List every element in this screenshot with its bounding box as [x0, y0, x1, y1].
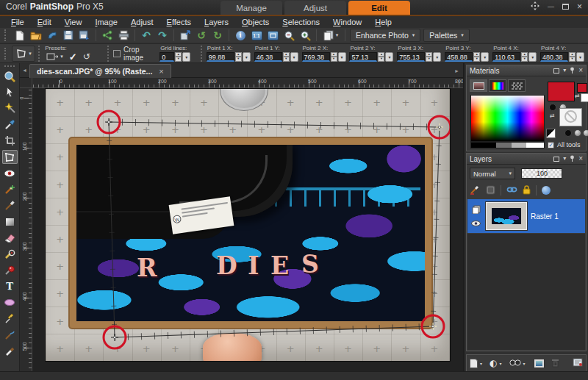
- new-layer-icon[interactable]: [470, 359, 478, 368]
- reset-button[interactable]: ↺: [81, 51, 93, 62]
- point4y-input[interactable]: 480.38: [540, 52, 568, 62]
- document-close-icon[interactable]: ×: [159, 67, 163, 76]
- lock-icon[interactable]: [523, 185, 531, 196]
- picture-tube-tool[interactable]: [2, 263, 18, 277]
- duplicate-layer-icon[interactable]: [534, 359, 544, 368]
- opacity-slider[interactable]: 100: [521, 168, 562, 179]
- save-icon[interactable]: [60, 29, 76, 42]
- fit-window-icon[interactable]: [265, 29, 281, 42]
- dropper-tool[interactable]: [2, 118, 18, 132]
- document-tab[interactable]: dies-scan.JPG* @ 95% (Raste... ×: [29, 64, 171, 78]
- bg-color-style-button[interactable]: [564, 129, 572, 137]
- grid-lines-slider-button[interactable]: ▾: [182, 52, 190, 62]
- panel-close-icon[interactable]: ×: [578, 155, 583, 162]
- blend-mode-dropdown[interactable]: Normal ▾: [470, 168, 515, 179]
- mask-icon[interactable]: [486, 185, 495, 196]
- new-adjustment-layer-icon[interactable]: ◐: [490, 359, 497, 368]
- grid-lines-input[interactable]: 0: [159, 52, 174, 62]
- menu-layers[interactable]: Layers: [198, 18, 235, 27]
- menu-file[interactable]: File: [4, 18, 31, 27]
- palettes-button[interactable]: Palettes▾: [423, 29, 469, 42]
- current-tool-button[interactable]: ▾: [12, 46, 36, 62]
- menu-window[interactable]: Window: [326, 18, 368, 27]
- rotate-left-icon[interactable]: ↺: [193, 29, 209, 42]
- canvas-viewport[interactable]: ++++++++++++++++++++++++++++++++++++++++…: [32, 88, 463, 371]
- edit-script-icon[interactable]: [573, 358, 583, 368]
- crop-image-checkbox[interactable]: [113, 50, 121, 57]
- zoom-in-icon[interactable]: [297, 29, 313, 42]
- paint-brush-tool[interactable]: [2, 198, 18, 212]
- link-layers-icon[interactable]: [506, 185, 517, 196]
- red-eye-tool[interactable]: [2, 166, 18, 180]
- print-icon[interactable]: [115, 29, 132, 42]
- background-material-swatch[interactable]: [559, 108, 582, 126]
- materials-header[interactable]: Materials ▾ ×: [467, 65, 586, 76]
- tab-adjust[interactable]: Adjust: [284, 1, 346, 15]
- duplicate-icon[interactable]: ▾: [320, 29, 342, 42]
- menu-help[interactable]: Help: [368, 18, 398, 27]
- all-tools-checkbox[interactable]: ✓: [548, 142, 554, 148]
- corner-handle-2[interactable]: [429, 116, 450, 138]
- edit-selection-icon[interactable]: [470, 184, 481, 196]
- save-as-icon[interactable]: [76, 29, 93, 42]
- image-info-icon[interactable]: i: [232, 29, 248, 42]
- rainbow-tab[interactable]: [489, 79, 506, 92]
- eraser-tool[interactable]: [2, 231, 18, 245]
- background-color-chip[interactable]: [581, 93, 588, 102]
- new-image-icon[interactable]: [12, 29, 28, 42]
- new-mask-layer-icon[interactable]: [509, 359, 521, 368]
- panel-pin-icon[interactable]: [570, 155, 575, 163]
- delete-layer-icon[interactable]: [551, 358, 559, 369]
- menu-view[interactable]: View: [58, 18, 89, 27]
- minimize-button[interactable]: —: [548, 4, 554, 10]
- presets-dropdown[interactable]: ▾: [44, 52, 65, 61]
- undo-icon[interactable]: ↶: [138, 29, 154, 42]
- apply-button[interactable]: ✓: [65, 51, 81, 62]
- point1x-input[interactable]: 99.88: [207, 52, 234, 62]
- swatches-tab[interactable]: [508, 79, 526, 92]
- layer-name[interactable]: Raster 1: [531, 212, 559, 221]
- pan-zoom-tool[interactable]: [2, 69, 18, 83]
- toolbar-grip[interactable]: [4, 29, 9, 41]
- makeover-tool[interactable]: [2, 182, 18, 196]
- menu-edit[interactable]: Edit: [31, 18, 58, 27]
- maximize-button[interactable]: [562, 4, 569, 10]
- point4x-input[interactable]: 110.63: [492, 52, 520, 62]
- point3y-input[interactable]: 458.88: [445, 52, 473, 62]
- foreground-material-swatch[interactable]: [548, 82, 575, 101]
- tab-manage[interactable]: Manage: [220, 1, 282, 15]
- grid-lines-spinner[interactable]: ▲▼: [175, 52, 182, 62]
- point1y-input[interactable]: 46.38: [254, 52, 282, 62]
- visibility-eye-icon[interactable]: [471, 219, 481, 228]
- layers-header[interactable]: Layers ▾ ×: [467, 154, 586, 165]
- panel-menu-icon[interactable]: ▾: [563, 68, 566, 74]
- point2y-input[interactable]: 57.13: [349, 52, 377, 62]
- crop-image-option[interactable]: Crop image: [113, 44, 159, 63]
- actual-size-icon[interactable]: 1:1: [248, 29, 265, 42]
- gradient-style-swatch[interactable]: [546, 129, 556, 138]
- bg-pattern-style-button[interactable]: [583, 129, 588, 137]
- selection-wand-tool[interactable]: [2, 101, 18, 115]
- photo-canvas[interactable]: ++++++++++++++++++++++++++++++++++++++++…: [46, 89, 450, 361]
- close-button[interactable]: ×: [577, 3, 582, 10]
- zoom-out-icon[interactable]: [281, 29, 297, 42]
- oil-brush-tool[interactable]: [2, 344, 18, 358]
- all-tools-option[interactable]: ✓ All tools: [548, 141, 581, 148]
- background-eraser-tool[interactable]: [2, 247, 18, 261]
- flood-fill-tool[interactable]: [2, 215, 18, 229]
- warp-brush-tool[interactable]: [2, 328, 18, 342]
- rotate-right-icon[interactable]: ↻: [209, 29, 226, 42]
- resize-icon[interactable]: [177, 29, 193, 42]
- bg-texture-style-button[interactable]: [574, 129, 581, 137]
- redo-icon[interactable]: ↷: [154, 29, 171, 42]
- layer-effects-icon[interactable]: [542, 186, 551, 195]
- menu-adjust[interactable]: Adjust: [124, 18, 160, 27]
- panel-frame-icon[interactable]: [553, 68, 559, 74]
- pick-tool[interactable]: [2, 85, 18, 99]
- enhance-photo-button[interactable]: Enhance Photo▾: [350, 29, 420, 42]
- corner-handle-1[interactable]: [98, 111, 120, 133]
- grayscale-strip[interactable]: [470, 142, 545, 148]
- menu-image[interactable]: Image: [88, 18, 124, 27]
- panel-frame-icon[interactable]: [553, 157, 559, 162]
- swap-materials-icon[interactable]: ⇄: [550, 112, 555, 119]
